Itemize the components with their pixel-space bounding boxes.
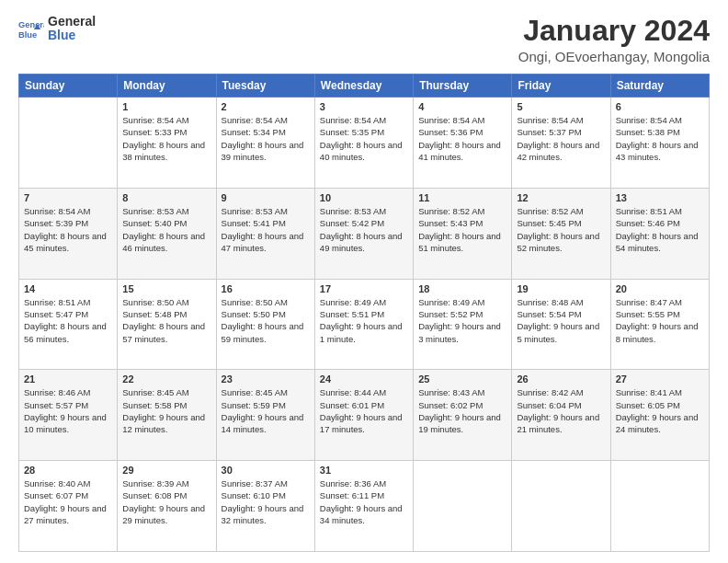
day-detail: Sunrise: 8:54 AMSunset: 5:34 PMDaylight:… bbox=[222, 114, 310, 163]
day-number: 19 bbox=[517, 283, 605, 294]
calendar-cell: 19Sunrise: 8:48 AMSunset: 5:54 PMDayligh… bbox=[512, 279, 610, 370]
day-number: 28 bbox=[24, 465, 112, 476]
calendar-cell: 24Sunrise: 8:44 AMSunset: 6:01 PMDayligh… bbox=[314, 370, 413, 461]
day-detail: Sunrise: 8:40 AMSunset: 6:07 PMDaylight:… bbox=[24, 477, 112, 526]
page-title: January 2024 bbox=[518, 15, 710, 47]
day-detail: Sunrise: 8:41 AMSunset: 6:05 PMDaylight:… bbox=[616, 386, 704, 435]
day-detail: Sunrise: 8:44 AMSunset: 6:01 PMDaylight:… bbox=[320, 386, 408, 435]
weekday-header: Friday bbox=[512, 75, 610, 98]
day-detail: Sunrise: 8:49 AMSunset: 5:52 PMDaylight:… bbox=[418, 296, 506, 345]
weekday-header: Wednesday bbox=[314, 75, 413, 98]
day-detail: Sunrise: 8:43 AMSunset: 6:02 PMDaylight:… bbox=[418, 386, 506, 435]
calendar-cell: 11Sunrise: 8:52 AMSunset: 5:43 PMDayligh… bbox=[414, 188, 512, 279]
day-detail: Sunrise: 8:42 AMSunset: 6:04 PMDaylight:… bbox=[517, 386, 605, 435]
day-number: 9 bbox=[222, 192, 310, 203]
day-number: 8 bbox=[122, 192, 210, 203]
day-detail: Sunrise: 8:39 AMSunset: 6:08 PMDaylight:… bbox=[122, 477, 210, 526]
calendar-cell: 23Sunrise: 8:45 AMSunset: 5:59 PMDayligh… bbox=[216, 370, 314, 461]
calendar-cell: 12Sunrise: 8:52 AMSunset: 5:45 PMDayligh… bbox=[512, 188, 610, 279]
day-number: 7 bbox=[24, 192, 112, 203]
day-number: 14 bbox=[24, 283, 112, 294]
day-number: 11 bbox=[418, 192, 506, 203]
day-detail: Sunrise: 8:49 AMSunset: 5:51 PMDaylight:… bbox=[320, 296, 408, 345]
calendar-cell: 2Sunrise: 8:54 AMSunset: 5:34 PMDaylight… bbox=[216, 98, 314, 189]
day-number: 4 bbox=[418, 101, 506, 112]
day-number: 22 bbox=[122, 373, 210, 385]
weekday-header: Monday bbox=[118, 75, 216, 98]
day-detail: Sunrise: 8:53 AMSunset: 5:40 PMDaylight:… bbox=[122, 205, 210, 254]
weekday-header: Tuesday bbox=[216, 75, 314, 98]
calendar-week-row: 7Sunrise: 8:54 AMSunset: 5:39 PMDaylight… bbox=[19, 188, 710, 279]
header: General Blue General Blue January 2024 O… bbox=[18, 15, 710, 64]
calendar-week-row: 1Sunrise: 8:54 AMSunset: 5:33 PMDaylight… bbox=[19, 98, 710, 189]
day-number: 17 bbox=[320, 283, 408, 294]
day-number: 31 bbox=[320, 465, 408, 476]
calendar-cell: 18Sunrise: 8:49 AMSunset: 5:52 PMDayligh… bbox=[414, 279, 512, 370]
logo-blue: Blue bbox=[48, 29, 75, 42]
day-detail: Sunrise: 8:51 AMSunset: 5:46 PMDaylight:… bbox=[616, 205, 704, 254]
day-detail: Sunrise: 8:50 AMSunset: 5:50 PMDaylight:… bbox=[222, 296, 310, 345]
calendar-cell: 20Sunrise: 8:47 AMSunset: 5:55 PMDayligh… bbox=[610, 279, 709, 370]
calendar-week-row: 28Sunrise: 8:40 AMSunset: 6:07 PMDayligh… bbox=[19, 461, 710, 552]
day-detail: Sunrise: 8:54 AMSunset: 5:38 PMDaylight:… bbox=[616, 114, 704, 163]
calendar-cell: 28Sunrise: 8:40 AMSunset: 6:07 PMDayligh… bbox=[19, 461, 118, 552]
day-detail: Sunrise: 8:52 AMSunset: 5:43 PMDaylight:… bbox=[418, 205, 506, 254]
day-detail: Sunrise: 8:48 AMSunset: 5:54 PMDaylight:… bbox=[517, 296, 605, 345]
day-number: 20 bbox=[616, 283, 704, 294]
calendar-cell: 4Sunrise: 8:54 AMSunset: 5:36 PMDaylight… bbox=[414, 98, 512, 189]
calendar-cell bbox=[610, 461, 709, 552]
calendar-page: General Blue General Blue January 2024 O… bbox=[0, 0, 728, 563]
day-number: 29 bbox=[122, 465, 210, 476]
day-number: 18 bbox=[418, 283, 506, 294]
calendar-cell: 25Sunrise: 8:43 AMSunset: 6:02 PMDayligh… bbox=[414, 370, 512, 461]
day-detail: Sunrise: 8:50 AMSunset: 5:48 PMDaylight:… bbox=[122, 296, 210, 345]
day-number: 5 bbox=[517, 101, 605, 112]
calendar-cell: 5Sunrise: 8:54 AMSunset: 5:37 PMDaylight… bbox=[512, 98, 610, 189]
calendar-week-row: 14Sunrise: 8:51 AMSunset: 5:47 PMDayligh… bbox=[19, 279, 710, 370]
day-number: 2 bbox=[222, 101, 310, 112]
calendar-cell: 30Sunrise: 8:37 AMSunset: 6:10 PMDayligh… bbox=[216, 461, 314, 552]
weekday-header: Saturday bbox=[610, 75, 709, 98]
calendar-cell: 13Sunrise: 8:51 AMSunset: 5:46 PMDayligh… bbox=[610, 188, 709, 279]
logo-general: General bbox=[48, 15, 96, 29]
svg-text:Blue: Blue bbox=[18, 31, 37, 40]
calendar-cell: 7Sunrise: 8:54 AMSunset: 5:39 PMDaylight… bbox=[19, 188, 118, 279]
day-detail: Sunrise: 8:54 AMSunset: 5:37 PMDaylight:… bbox=[517, 114, 605, 163]
calendar-cell: 31Sunrise: 8:36 AMSunset: 6:11 PMDayligh… bbox=[314, 461, 413, 552]
calendar-cell: 29Sunrise: 8:39 AMSunset: 6:08 PMDayligh… bbox=[118, 461, 216, 552]
calendar-cell bbox=[512, 461, 610, 552]
calendar-cell: 14Sunrise: 8:51 AMSunset: 5:47 PMDayligh… bbox=[19, 279, 118, 370]
calendar-cell: 15Sunrise: 8:50 AMSunset: 5:48 PMDayligh… bbox=[118, 279, 216, 370]
calendar-header-row: SundayMondayTuesdayWednesdayThursdayFrid… bbox=[19, 75, 710, 98]
day-number: 1 bbox=[122, 101, 210, 112]
calendar-cell: 21Sunrise: 8:46 AMSunset: 5:57 PMDayligh… bbox=[19, 370, 118, 461]
calendar-cell: 1Sunrise: 8:54 AMSunset: 5:33 PMDaylight… bbox=[118, 98, 216, 189]
calendar-cell: 3Sunrise: 8:54 AMSunset: 5:35 PMDaylight… bbox=[314, 98, 413, 189]
calendar-cell: 17Sunrise: 8:49 AMSunset: 5:51 PMDayligh… bbox=[314, 279, 413, 370]
day-detail: Sunrise: 8:54 AMSunset: 5:39 PMDaylight:… bbox=[24, 205, 112, 254]
day-detail: Sunrise: 8:53 AMSunset: 5:42 PMDaylight:… bbox=[320, 205, 408, 254]
calendar-cell: 9Sunrise: 8:53 AMSunset: 5:41 PMDaylight… bbox=[216, 188, 314, 279]
day-number: 30 bbox=[222, 465, 310, 476]
weekday-header: Thursday bbox=[414, 75, 512, 98]
weekday-header: Sunday bbox=[19, 75, 118, 98]
day-detail: Sunrise: 8:45 AMSunset: 5:59 PMDaylight:… bbox=[222, 386, 310, 435]
day-detail: Sunrise: 8:51 AMSunset: 5:47 PMDaylight:… bbox=[24, 296, 112, 345]
page-subtitle: Ongi, OEvoerhangay, Mongolia bbox=[518, 49, 710, 64]
day-detail: Sunrise: 8:53 AMSunset: 5:41 PMDaylight:… bbox=[222, 205, 310, 254]
day-number: 24 bbox=[320, 373, 408, 385]
title-block: January 2024 Ongi, OEvoerhangay, Mongoli… bbox=[518, 15, 710, 64]
day-detail: Sunrise: 8:54 AMSunset: 5:36 PMDaylight:… bbox=[418, 114, 506, 163]
calendar-cell bbox=[19, 98, 118, 189]
calendar-cell bbox=[414, 461, 512, 552]
calendar-cell: 10Sunrise: 8:53 AMSunset: 5:42 PMDayligh… bbox=[314, 188, 413, 279]
day-detail: Sunrise: 8:54 AMSunset: 5:33 PMDaylight:… bbox=[122, 114, 210, 163]
logo-icon: General Blue bbox=[18, 16, 44, 41]
day-number: 15 bbox=[122, 283, 210, 294]
day-detail: Sunrise: 8:54 AMSunset: 5:35 PMDaylight:… bbox=[320, 114, 408, 163]
day-detail: Sunrise: 8:45 AMSunset: 5:58 PMDaylight:… bbox=[122, 386, 210, 435]
calendar-cell: 22Sunrise: 8:45 AMSunset: 5:58 PMDayligh… bbox=[118, 370, 216, 461]
svg-text:General: General bbox=[18, 20, 44, 29]
day-number: 25 bbox=[418, 373, 506, 385]
day-number: 26 bbox=[517, 373, 605, 385]
